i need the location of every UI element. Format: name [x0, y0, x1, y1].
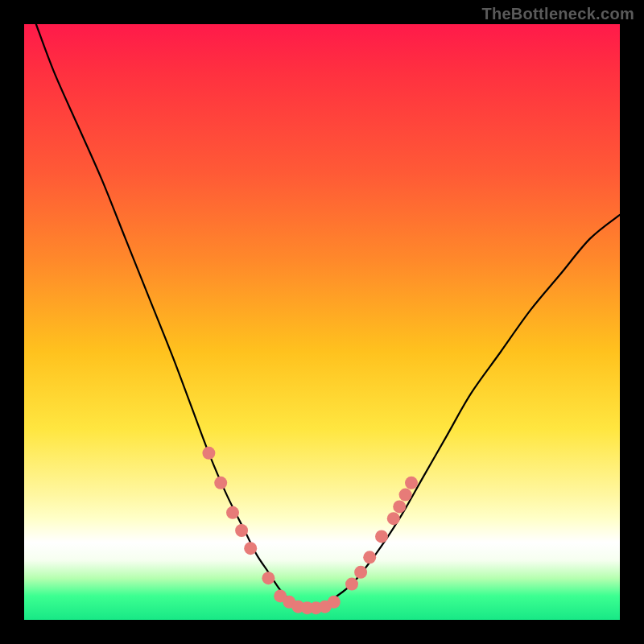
curve-marker — [328, 596, 341, 609]
curve-marker — [405, 477, 418, 489]
watermark-text: TheBottleneck.com — [481, 5, 634, 23]
curve-marker — [244, 542, 257, 555]
curve-marker — [262, 572, 275, 584]
curve-marker — [345, 578, 358, 591]
curve-marker — [399, 489, 412, 502]
curve-marker — [202, 447, 215, 460]
curve-marker — [214, 477, 227, 489]
chart-frame: TheBottleneck.com — [0, 0, 644, 644]
curve-marker — [226, 506, 239, 519]
curve-marker — [393, 500, 406, 513]
bottleneck-curve — [36, 24, 620, 609]
curve-marker — [363, 551, 376, 564]
curve-layer — [24, 24, 620, 620]
plot-area — [24, 24, 620, 620]
highlighted-points — [202, 447, 418, 614]
curve-marker — [387, 512, 400, 525]
curve-marker — [354, 566, 367, 579]
curve-marker — [235, 524, 248, 537]
curve-marker — [375, 530, 388, 543]
